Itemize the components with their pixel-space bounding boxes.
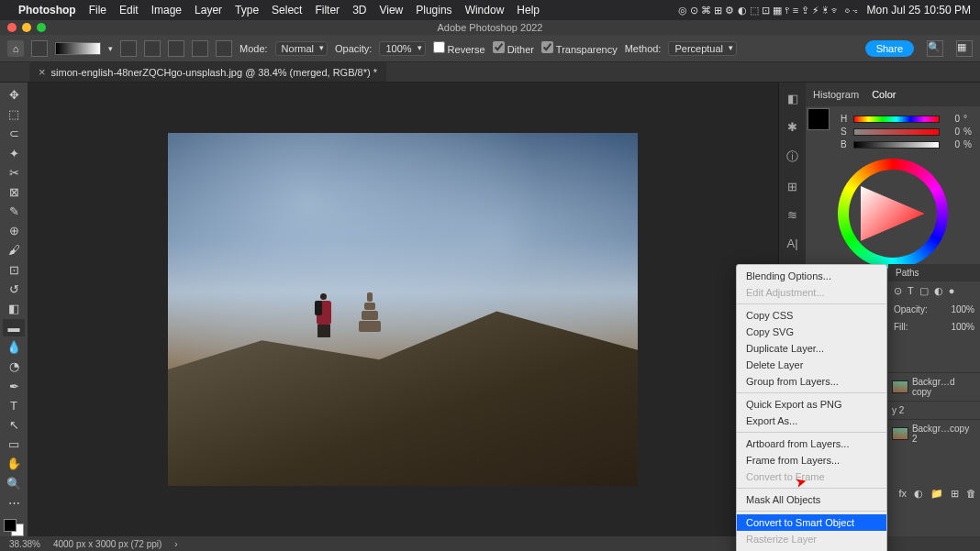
reverse-checkbox[interactable]: Reverse <box>433 41 485 55</box>
marquee-tool[interactable]: ⬚ <box>3 105 25 123</box>
pen-tool[interactable]: ✒ <box>3 378 25 395</box>
canvas-area[interactable] <box>28 83 778 536</box>
rail-icon[interactable]: ✱ <box>787 120 797 134</box>
dodge-tool[interactable]: ◔ <box>3 358 25 375</box>
type-tool[interactable]: T <box>3 397 25 414</box>
mi-frame[interactable]: Frame from Layers... <box>737 452 886 468</box>
layer-new-icon[interactable]: ⊞ <box>951 488 959 500</box>
layer-filter-icon[interactable]: ◐ <box>934 285 943 297</box>
layer-filter-icon[interactable]: T <box>908 285 914 297</box>
gradient-linear-icon[interactable] <box>120 40 137 57</box>
mi-group-layers[interactable]: Group from Layers... <box>737 373 886 390</box>
sat-slider[interactable] <box>853 128 940 136</box>
layer-trash-icon[interactable]: 🗑 <box>966 488 976 500</box>
dither-checkbox[interactable]: Dither <box>493 41 534 55</box>
tab-close-icon[interactable]: × <box>39 65 46 79</box>
gradient-diamond-icon[interactable] <box>216 40 232 57</box>
lasso-tool[interactable]: ⊂ <box>3 125 25 142</box>
menu-window[interactable]: Window <box>465 4 505 17</box>
tab-histogram[interactable]: Histogram <box>813 89 859 100</box>
heal-tool[interactable]: ⊕ <box>3 222 25 239</box>
gradient-angle-icon[interactable] <box>168 40 184 57</box>
mode-dropdown[interactable]: Normal <box>275 41 328 56</box>
toggle-icon[interactable]: ⋯ <box>3 494 25 512</box>
close-icon[interactable] <box>7 23 17 32</box>
bri-slider[interactable] <box>853 141 940 149</box>
rail-icon[interactable]: ≋ <box>787 208 797 222</box>
brush-tool[interactable]: 🖌 <box>3 241 25 259</box>
stamp-tool[interactable]: ⊡ <box>3 261 25 279</box>
wand-tool[interactable]: ✦ <box>3 145 25 162</box>
layer-filter-icon[interactable]: ▢ <box>919 285 929 297</box>
layer-mask-icon[interactable]: ◐ <box>914 488 923 500</box>
rail-icon[interactable]: ◧ <box>787 92 798 105</box>
home-button[interactable]: ⌂ <box>7 40 24 57</box>
mi-delete-layer[interactable]: Delete Layer <box>737 357 886 373</box>
paths-tab[interactable]: Paths <box>888 264 980 281</box>
menu-image[interactable]: Image <box>151 4 182 17</box>
maximize-icon[interactable] <box>37 23 46 32</box>
mi-convert-smart-object[interactable]: Convert to Smart Object <box>737 514 886 531</box>
minimize-icon[interactable] <box>22 23 31 32</box>
blur-tool[interactable]: 💧 <box>3 338 25 356</box>
menu-3d[interactable]: 3D <box>352 4 366 17</box>
share-button[interactable]: Share <box>865 40 914 57</box>
opacity-dropdown[interactable]: 100% <box>379 41 425 56</box>
gradient-preview[interactable] <box>55 42 101 55</box>
layer-filter-icon[interactable]: ● <box>949 285 955 297</box>
menu-help[interactable]: Help <box>517 4 540 17</box>
rail-icon[interactable]: ⊞ <box>787 180 797 193</box>
hue-slider[interactable] <box>853 116 940 123</box>
status-chevron-icon[interactable]: › <box>174 539 177 549</box>
window-traffic-lights[interactable] <box>7 23 46 32</box>
menu-layer[interactable]: Layer <box>195 4 222 17</box>
zoom-tool[interactable]: 🔍 <box>3 474 25 491</box>
app-name[interactable]: Photoshop <box>18 4 76 17</box>
menu-view[interactable]: View <box>379 4 403 17</box>
status-zoom[interactable]: 38.38% <box>9 539 40 549</box>
crop-tool[interactable]: ✂ <box>3 164 25 182</box>
document-tab[interactable]: × simon-english-48nerZQCHgo-unsplash.jpg… <box>29 62 386 82</box>
path-tool[interactable]: ↖ <box>3 416 25 434</box>
menu-plugins[interactable]: Plugins <box>416 4 451 17</box>
mi-mask-all[interactable]: Mask All Objects <box>737 491 886 508</box>
mi-copy-svg[interactable]: Copy SVG <box>737 324 886 340</box>
shape-tool[interactable]: ▭ <box>3 435 25 453</box>
frame-tool[interactable]: ⊠ <box>3 183 25 201</box>
layer-filter-icon[interactable]: ⊙ <box>894 285 902 297</box>
tool-preset-button[interactable] <box>31 40 48 57</box>
hand-tool[interactable]: ✋ <box>3 455 25 472</box>
eraser-tool[interactable]: ◧ <box>3 300 25 317</box>
move-tool[interactable]: ✥ <box>3 86 25 104</box>
layer-row[interactable]: Backgr…d copy <box>888 372 980 401</box>
rail-icon[interactable]: A| <box>786 237 797 250</box>
layer-row[interactable]: Backgr…copy 2 <box>888 419 980 447</box>
mi-duplicate-layer[interactable]: Duplicate Layer... <box>737 340 886 357</box>
tab-color[interactable]: Color <box>872 89 896 100</box>
mi-export-png[interactable]: Quick Export as PNG <box>737 396 886 413</box>
mi-blending[interactable]: Blending Options... <box>737 268 886 284</box>
gradient-radial-icon[interactable] <box>144 40 161 57</box>
method-dropdown[interactable]: Perceptual <box>668 41 737 56</box>
transparency-checkbox[interactable]: Transparency <box>541 41 618 55</box>
gradient-reflected-icon[interactable] <box>192 40 208 57</box>
foreground-swatch[interactable] <box>807 108 830 130</box>
mi-artboard[interactable]: Artboard from Layers... <box>737 435 886 452</box>
workspace-button[interactable]: ▦ <box>956 40 973 57</box>
color-swatches[interactable] <box>4 519 24 536</box>
layer-fx-icon[interactable]: fx <box>898 488 907 500</box>
layer-folder-icon[interactable]: 📁 <box>930 488 943 500</box>
color-wheel[interactable] <box>838 159 948 269</box>
search-button[interactable]: 🔍 <box>927 40 943 57</box>
mi-export-as[interactable]: Export As... <box>737 413 886 429</box>
rail-icon[interactable]: ⓘ <box>786 149 798 165</box>
gradient-tool[interactable]: ▬ <box>3 319 25 336</box>
status-dimensions[interactable]: 4000 px x 3000 px (72 ppi) <box>53 539 161 549</box>
menu-edit[interactable]: Edit <box>119 4 139 17</box>
layer-row[interactable]: y 2 <box>888 401 980 419</box>
eyedropper-tool[interactable]: ✎ <box>3 203 25 220</box>
menu-file[interactable]: File <box>89 4 106 17</box>
document-canvas[interactable] <box>168 133 638 486</box>
menu-type[interactable]: Type <box>235 4 259 17</box>
mi-copy-css[interactable]: Copy CSS <box>737 307 886 324</box>
